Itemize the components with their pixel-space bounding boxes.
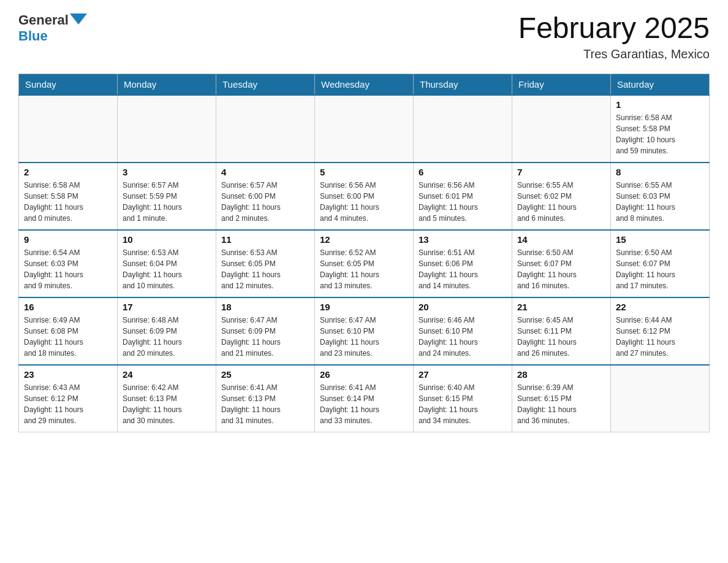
logo: General Blue [18,12,87,44]
day-info: Sunrise: 6:39 AM Sunset: 6:15 PM Dayligh… [517,382,605,426]
day-number: 14 [517,234,605,245]
month-title: February 2025 [518,12,710,45]
day-info: Sunrise: 6:41 AM Sunset: 6:13 PM Dayligh… [221,382,309,426]
day-info: Sunrise: 6:58 AM Sunset: 5:58 PM Dayligh… [24,180,112,224]
calendar-cell [414,95,512,163]
day-info: Sunrise: 6:53 AM Sunset: 6:04 PM Dayligh… [123,247,211,291]
calendar-cell: 28Sunrise: 6:39 AM Sunset: 6:15 PM Dayli… [512,365,611,432]
calendar-cell [118,95,216,163]
day-number: 4 [221,167,309,177]
day-number: 5 [320,167,408,177]
day-number: 25 [221,369,309,380]
week-row-0: 1Sunrise: 6:58 AM Sunset: 5:58 PM Daylig… [19,95,710,163]
day-info: Sunrise: 6:42 AM Sunset: 6:13 PM Dayligh… [123,382,211,426]
calendar-cell: 22Sunrise: 6:44 AM Sunset: 6:12 PM Dayli… [611,297,710,365]
calendar-cell: 18Sunrise: 6:47 AM Sunset: 6:09 PM Dayli… [216,297,315,365]
day-info: Sunrise: 6:47 AM Sunset: 6:09 PM Dayligh… [221,315,309,359]
calendar-cell: 1Sunrise: 6:58 AM Sunset: 5:58 PM Daylig… [611,95,710,163]
calendar-cell: 6Sunrise: 6:56 AM Sunset: 6:01 PM Daylig… [414,163,512,230]
day-number: 12 [320,234,408,245]
day-info: Sunrise: 6:51 AM Sunset: 6:06 PM Dayligh… [419,247,507,291]
calendar-cell: 13Sunrise: 6:51 AM Sunset: 6:06 PM Dayli… [414,230,512,297]
calendar-cell: 17Sunrise: 6:48 AM Sunset: 6:09 PM Dayli… [118,297,216,365]
day-info: Sunrise: 6:56 AM Sunset: 6:00 PM Dayligh… [320,180,408,224]
day-number: 9 [24,234,112,245]
day-number: 1 [616,99,704,110]
calendar-cell: 25Sunrise: 6:41 AM Sunset: 6:13 PM Dayli… [216,365,315,432]
calendar-cell [512,95,611,163]
calendar-table: Sunday Monday Tuesday Wednesday Thursday… [18,74,710,433]
calendar-cell: 15Sunrise: 6:50 AM Sunset: 6:07 PM Dayli… [611,230,710,297]
day-number: 16 [24,302,112,312]
day-info: Sunrise: 6:45 AM Sunset: 6:11 PM Dayligh… [517,315,605,359]
calendar-cell: 27Sunrise: 6:40 AM Sunset: 6:15 PM Dayli… [414,365,512,432]
col-wednesday: Wednesday [315,74,414,95]
day-info: Sunrise: 6:44 AM Sunset: 6:12 PM Dayligh… [616,315,704,359]
calendar-cell: 12Sunrise: 6:52 AM Sunset: 6:05 PM Dayli… [315,230,414,297]
day-info: Sunrise: 6:50 AM Sunset: 6:07 PM Dayligh… [517,247,605,291]
day-number: 28 [517,369,605,380]
calendar-cell: 23Sunrise: 6:43 AM Sunset: 6:12 PM Dayli… [19,365,118,432]
day-info: Sunrise: 6:49 AM Sunset: 6:08 PM Dayligh… [24,315,112,359]
day-info: Sunrise: 6:48 AM Sunset: 6:09 PM Dayligh… [123,315,211,359]
calendar-cell [611,365,710,432]
calendar-header-row: Sunday Monday Tuesday Wednesday Thursday… [19,74,710,95]
calendar-cell: 5Sunrise: 6:56 AM Sunset: 6:00 PM Daylig… [315,163,414,230]
calendar-cell: 26Sunrise: 6:41 AM Sunset: 6:14 PM Dayli… [315,365,414,432]
calendar-cell [315,95,414,163]
day-info: Sunrise: 6:43 AM Sunset: 6:12 PM Dayligh… [24,382,112,426]
page-header: General Blue February 2025 Tres Garantia… [18,12,710,61]
day-info: Sunrise: 6:46 AM Sunset: 6:10 PM Dayligh… [419,315,507,359]
calendar-cell: 24Sunrise: 6:42 AM Sunset: 6:13 PM Dayli… [118,365,216,432]
col-thursday: Thursday [414,74,512,95]
calendar-cell: 20Sunrise: 6:46 AM Sunset: 6:10 PM Dayli… [414,297,512,365]
week-row-4: 23Sunrise: 6:43 AM Sunset: 6:12 PM Dayli… [19,365,710,432]
day-info: Sunrise: 6:47 AM Sunset: 6:10 PM Dayligh… [320,315,408,359]
calendar-cell: 14Sunrise: 6:50 AM Sunset: 6:07 PM Dayli… [512,230,611,297]
week-row-3: 16Sunrise: 6:49 AM Sunset: 6:08 PM Dayli… [19,297,710,365]
day-info: Sunrise: 6:56 AM Sunset: 6:01 PM Dayligh… [419,180,507,224]
calendar-cell: 9Sunrise: 6:54 AM Sunset: 6:03 PM Daylig… [19,230,118,297]
day-info: Sunrise: 6:54 AM Sunset: 6:03 PM Dayligh… [24,247,112,291]
day-number: 15 [616,234,704,245]
day-number: 13 [419,234,507,245]
logo-text-blue: Blue [18,28,48,44]
day-info: Sunrise: 6:52 AM Sunset: 6:05 PM Dayligh… [320,247,408,291]
day-info: Sunrise: 6:55 AM Sunset: 6:02 PM Dayligh… [517,180,605,224]
col-saturday: Saturday [611,74,710,95]
day-number: 18 [221,302,309,312]
calendar-cell [19,95,118,163]
day-info: Sunrise: 6:40 AM Sunset: 6:15 PM Dayligh… [419,382,507,426]
day-info: Sunrise: 6:55 AM Sunset: 6:03 PM Dayligh… [616,180,704,224]
calendar-cell: 4Sunrise: 6:57 AM Sunset: 6:00 PM Daylig… [216,163,315,230]
day-info: Sunrise: 6:53 AM Sunset: 6:05 PM Dayligh… [221,247,309,291]
location-title: Tres Garantias, Mexico [518,47,710,61]
day-info: Sunrise: 6:50 AM Sunset: 6:07 PM Dayligh… [616,247,704,291]
calendar-cell [216,95,315,163]
day-number: 8 [616,167,704,177]
day-number: 26 [320,369,408,380]
day-info: Sunrise: 6:57 AM Sunset: 6:00 PM Dayligh… [221,180,309,224]
calendar-cell: 21Sunrise: 6:45 AM Sunset: 6:11 PM Dayli… [512,297,611,365]
calendar-cell: 8Sunrise: 6:55 AM Sunset: 6:03 PM Daylig… [611,163,710,230]
calendar-cell: 3Sunrise: 6:57 AM Sunset: 5:59 PM Daylig… [118,163,216,230]
calendar-cell: 7Sunrise: 6:55 AM Sunset: 6:02 PM Daylig… [512,163,611,230]
day-number: 17 [123,302,211,312]
day-number: 20 [419,302,507,312]
col-monday: Monday [118,74,216,95]
col-sunday: Sunday [19,74,118,95]
week-row-2: 9Sunrise: 6:54 AM Sunset: 6:03 PM Daylig… [19,230,710,297]
calendar-cell: 16Sunrise: 6:49 AM Sunset: 6:08 PM Dayli… [19,297,118,365]
day-info: Sunrise: 6:41 AM Sunset: 6:14 PM Dayligh… [320,382,408,426]
day-number: 23 [24,369,112,380]
calendar-cell: 2Sunrise: 6:58 AM Sunset: 5:58 PM Daylig… [19,163,118,230]
col-tuesday: Tuesday [216,74,315,95]
day-number: 22 [616,302,704,312]
title-block: February 2025 Tres Garantias, Mexico [518,12,710,61]
logo-text-general: General [18,12,69,28]
calendar-cell: 11Sunrise: 6:53 AM Sunset: 6:05 PM Dayli… [216,230,315,297]
day-number: 10 [123,234,211,245]
day-number: 6 [419,167,507,177]
day-number: 11 [221,234,309,245]
col-friday: Friday [512,74,611,95]
